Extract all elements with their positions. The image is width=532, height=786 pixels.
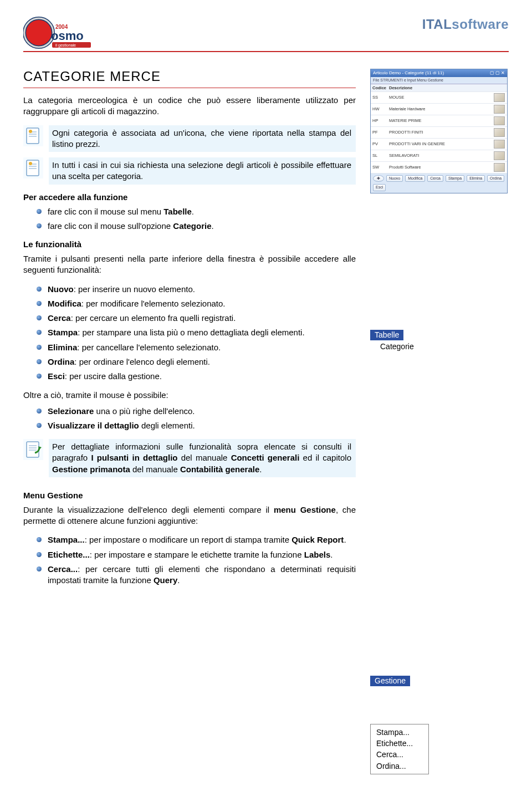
footer-button: Elimina — [467, 175, 485, 182]
side-menu-tabelle: Tabelle Categorie — [370, 330, 509, 352]
note-text-1: Ogni categoria è associata ad un'icona, … — [49, 125, 356, 152]
heading-access: Per accedere alla funzione — [23, 192, 356, 202]
list-item: Modifica: per modificare l'elemento sele… — [23, 298, 356, 309]
note-row-3: Per dettagliate informazioni sulle funzi… — [23, 439, 356, 477]
list-item: Elimina: per cancellare l'elemento selez… — [23, 342, 356, 353]
svg-text:osmo: osmo — [51, 29, 84, 43]
svg-rect-6 — [27, 128, 39, 144]
grid-row: SSMOUSE — [371, 92, 507, 104]
note-icon — [23, 125, 43, 146]
side-column: Articolo Demo - Categorie (11 di 11) ▢ ▢… — [370, 69, 509, 774]
footer-button: Ordina — [487, 175, 504, 182]
list-item: Nuovo: per inserire un nuovo elemento. — [23, 284, 356, 295]
footer-button: Esci — [373, 184, 386, 191]
list-item: Visualizzare il dettaglio degli elementi… — [23, 420, 356, 431]
window-footer: ✚ Nuovo Modifica Cerca Stampa Elimina Or… — [371, 173, 507, 193]
note-row-1: Ogni categoria è associata ad un'icona, … — [23, 125, 356, 152]
extra-intro: Oltre a ciò, tramite il mouse è possibil… — [23, 390, 356, 401]
svg-point-10 — [29, 130, 32, 133]
svg-text:il gestionale: il gestionale — [55, 43, 76, 48]
func-list: Nuovo: per inserire un nuovo elemento. M… — [23, 284, 356, 382]
grid-row: PVPRODOTTI VARI IN GENERE — [371, 139, 507, 150]
grid-header: CodiceDescrizione — [371, 84, 507, 92]
grid-row: SWProdotti Software — [371, 162, 507, 173]
intro-paragraph: La categoria merceologica è un codice ch… — [23, 95, 356, 118]
menu-label-gestione: Gestione — [370, 676, 410, 686]
grid-row: SLSEMILAVORATI — [371, 150, 507, 162]
title-rule — [23, 88, 356, 88]
main-column: CATEGORIE MERCE La categoria merceologic… — [23, 69, 356, 774]
menu-option: Etichette... — [376, 738, 413, 749]
heading-functionality: Le funzionalità — [23, 239, 356, 249]
note-text-3: Per dettagliate informazioni sulle funzi… — [49, 439, 356, 477]
grid: CodiceDescrizione SSMOUSE HWMateriale Ha… — [371, 84, 507, 173]
grid-row: HWMateriale Hardware — [371, 104, 507, 115]
window-controls: ▢ ▢ ✕ — [490, 70, 505, 76]
side-screenshot-window: Articolo Demo - Categorie (11 di 11) ▢ ▢… — [370, 69, 508, 193]
grid-row: HPMATERIE PRIME — [371, 115, 507, 127]
heading-gestione: Menu Gestione — [23, 491, 356, 500]
window-titlebar: Articolo Demo - Categorie (11 di 11) ▢ ▢… — [371, 69, 507, 77]
logo-cosmo: 2004 osmo il gestionale — [23, 17, 101, 49]
extra-list: Selezionare una o più righe dell'elenco.… — [23, 406, 356, 432]
list-item: fare clic con il mouse sull'opzione Cate… — [23, 221, 356, 232]
list-item: Esci: per uscire dalla gestione. — [23, 371, 356, 382]
note-icon-ref — [23, 439, 43, 460]
access-list: fare clic con il mouse sul menu Tabelle.… — [23, 206, 356, 232]
menu-option: Ordina... — [376, 761, 413, 772]
footer-button: Modifica — [405, 175, 425, 182]
func-intro: Tramite i pulsanti presenti nella parte … — [23, 253, 356, 276]
grid-row: PFPRODOTTI FINITI — [371, 127, 507, 139]
side-menu-gestione: Gestione — [370, 676, 509, 687]
list-item: Selezionare una o più righe dell'elenco. — [23, 406, 356, 417]
gestione-intro: Durante la visualizzazione dell'elenco d… — [23, 504, 356, 527]
menu-option: Cerca... — [376, 749, 413, 760]
logo-italsoftware: ITALsoftware — [422, 17, 509, 32]
note-row-2: In tutti i casi in cui sia richiesta una… — [23, 157, 356, 185]
page-title: CATEGORIE MERCE — [23, 69, 356, 84]
header-rule — [23, 51, 509, 52]
footer-button: Stampa — [446, 175, 464, 182]
note-icon — [23, 157, 43, 178]
svg-point-15 — [29, 162, 32, 165]
window-title: Articolo Demo - Categorie (11 di 11) — [373, 70, 444, 76]
footer-button: Nuovo — [386, 175, 403, 182]
list-item: Cerca: per cercare un elemento fra quell… — [23, 313, 356, 324]
svg-rect-11 — [27, 160, 39, 176]
page-header: 2004 osmo il gestionale ITALsoftware — [23, 17, 509, 49]
list-item: Stampa...: per impostare o modificare un… — [23, 534, 356, 545]
menu-option: Stampa... — [376, 727, 413, 738]
list-item: Cerca...: per cercare tutti gli elementi… — [23, 564, 356, 586]
menu-label-tabelle: Tabelle — [370, 330, 403, 340]
list-item: fare clic con il mouse sul menu Tabelle. — [23, 206, 356, 217]
svg-rect-16 — [27, 442, 39, 457]
list-item: Stampa: per stampare una lista più o men… — [23, 327, 356, 338]
menu-item-categorie: Categorie — [370, 341, 509, 352]
gestione-dropdown: Stampa... Etichette... Cerca... Ordina..… — [370, 724, 429, 774]
note-text-2: In tutti i casi in cui sia richiesta una… — [49, 157, 356, 185]
list-item: Etichette...: per impostare e stampare l… — [23, 549, 356, 560]
footer-button: Cerca — [427, 175, 443, 182]
gestione-list: Stampa...: per impostare o modificare un… — [23, 534, 356, 586]
window-toolbar: File STRUMENTI e Input Menu Gestione — [371, 77, 507, 84]
list-item: Ordina: per ordinare l'elenco degli elem… — [23, 356, 356, 368]
